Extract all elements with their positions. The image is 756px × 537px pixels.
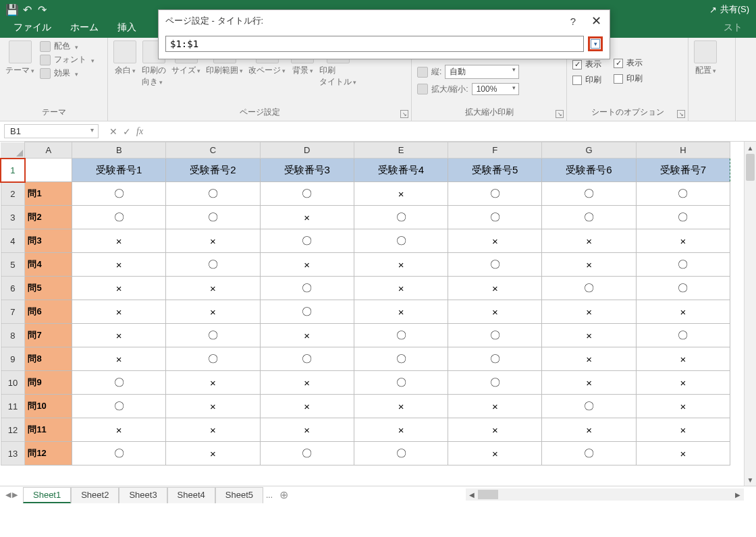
row-header-6[interactable]: 6	[1, 277, 25, 300]
cell-3-H[interactable]: 〇	[636, 206, 730, 229]
col-header-C[interactable]: C	[166, 142, 260, 159]
cell-5-E[interactable]: ×	[354, 253, 448, 277]
colors-button[interactable]: 配色	[40, 40, 94, 52]
page-setup-launcher-icon[interactable]: ↘	[400, 110, 408, 118]
cell-13-B[interactable]: 〇	[72, 442, 166, 465]
gridlines-view-checkbox[interactable]: ✓表示	[614, 57, 643, 69]
hscroll-thumb[interactable]	[478, 490, 498, 499]
cell-13-A[interactable]: 問12	[25, 442, 72, 465]
cell-5-A[interactable]: 問4	[25, 253, 72, 277]
cell-6-C[interactable]: ×	[166, 277, 260, 300]
sheet-prev-icon[interactable]: ◀	[5, 490, 11, 499]
headings-view-checkbox[interactable]: ✓表示	[572, 59, 601, 70]
cell-5-H[interactable]: 〇	[636, 253, 730, 277]
cell-12-B[interactable]: ×	[72, 418, 166, 442]
cell-1-C[interactable]: 受験番号2	[166, 159, 260, 182]
cell-9-G[interactable]: ×	[542, 347, 636, 371]
cell-9-E[interactable]: 〇	[354, 347, 448, 371]
row-header-11[interactable]: 11	[1, 395, 25, 418]
col-header-B[interactable]: B	[72, 142, 166, 159]
cell-2-E[interactable]: ×	[354, 182, 448, 206]
help-button[interactable]: ?	[570, 16, 576, 27]
close-button[interactable]: ✕	[591, 13, 601, 28]
cell-2-A[interactable]: 問1	[25, 182, 72, 206]
cell-9-B[interactable]: ×	[72, 347, 166, 371]
cell-8-A[interactable]: 問7	[25, 324, 72, 347]
cell-2-C[interactable]: 〇	[166, 182, 260, 206]
cell-4-G[interactable]: ×	[542, 229, 636, 253]
cell-1-F[interactable]: 受験番号5	[448, 159, 542, 182]
cell-7-E[interactable]: ×	[354, 300, 448, 324]
cell-12-E[interactable]: ×	[354, 418, 448, 442]
cell-1-E[interactable]: 受験番号4	[354, 159, 448, 182]
cell-11-H[interactable]: ×	[636, 395, 730, 418]
themes-button[interactable]: テーマ	[5, 40, 34, 76]
sheet-overflow[interactable]: ...	[263, 490, 275, 500]
cell-6-E[interactable]: ×	[354, 277, 448, 300]
undo-icon[interactable]: ↶	[22, 4, 32, 15]
cell-3-A[interactable]: 問2	[25, 206, 72, 229]
cell-13-H[interactable]: ×	[636, 442, 730, 465]
cell-5-C[interactable]: 〇	[166, 253, 260, 277]
cell-13-E[interactable]: 〇	[354, 442, 448, 465]
headings-print-checkbox[interactable]: 印刷	[572, 74, 601, 86]
cell-1-B[interactable]: 受験番号1	[72, 159, 166, 182]
scroll-up-icon[interactable]: ▲	[745, 142, 756, 154]
cell-4-B[interactable]: ×	[72, 229, 166, 253]
cell-5-B[interactable]: ×	[72, 253, 166, 277]
sheet-next-icon[interactable]: ▶	[12, 490, 18, 499]
row-header-9[interactable]: 9	[1, 347, 25, 371]
cell-11-G[interactable]: 〇	[542, 395, 636, 418]
page-btn-0[interactable]: 余白	[113, 40, 136, 76]
save-icon[interactable]: 💾	[7, 4, 18, 15]
tab-home[interactable]: ホーム	[61, 19, 108, 38]
cell-10-E[interactable]: 〇	[354, 371, 448, 395]
col-header-G[interactable]: G	[542, 142, 636, 159]
cell-6-G[interactable]: 〇	[542, 277, 636, 300]
cell-2-D[interactable]: 〇	[260, 182, 354, 206]
row-header-5[interactable]: 5	[1, 253, 25, 277]
cell-4-E[interactable]: 〇	[354, 229, 448, 253]
cell-1-D[interactable]: 受験番号3	[260, 159, 354, 182]
horizontal-scrollbar[interactable]: ◀ ▶	[466, 488, 744, 501]
cell-13-D[interactable]: 〇	[260, 442, 354, 465]
fonts-button[interactable]: フォント	[40, 54, 94, 65]
scale-zoom-combo[interactable]: 100%	[472, 83, 519, 95]
arrange-button[interactable]: 配置	[694, 40, 717, 76]
cell-10-G[interactable]: ×	[542, 371, 636, 395]
options-launcher-icon[interactable]: ↘	[677, 110, 685, 118]
cell-10-A[interactable]: 問9	[25, 371, 72, 395]
collapse-dialog-icon[interactable]: ▾	[591, 39, 600, 49]
tab-insert[interactable]: 挿入	[108, 19, 146, 38]
cell-12-G[interactable]: ×	[542, 418, 636, 442]
cell-10-F[interactable]: 〇	[448, 371, 542, 395]
cell-3-C[interactable]: 〇	[166, 206, 260, 229]
vertical-scrollbar[interactable]: ▲ ▼	[744, 142, 756, 486]
cell-11-C[interactable]: ×	[166, 395, 260, 418]
cell-4-A[interactable]: 問3	[25, 229, 72, 253]
sheet-tab-Sheet1[interactable]: Sheet1	[23, 487, 71, 503]
cell-2-B[interactable]: 〇	[72, 182, 166, 206]
col-header-A[interactable]: A	[25, 142, 72, 159]
tab-fragment[interactable]: スト	[714, 19, 752, 38]
cell-7-B[interactable]: ×	[72, 300, 166, 324]
cell-7-F[interactable]: ×	[448, 300, 542, 324]
name-box[interactable]: B1	[4, 124, 99, 138]
tab-file[interactable]: ファイル	[4, 19, 61, 38]
cell-11-D[interactable]: ×	[260, 395, 354, 418]
cell-12-F[interactable]: ×	[448, 418, 542, 442]
cell-11-B[interactable]: 〇	[72, 395, 166, 418]
cell-13-G[interactable]: 〇	[542, 442, 636, 465]
cell-13-F[interactable]: ×	[448, 442, 542, 465]
cell-3-F[interactable]: 〇	[448, 206, 542, 229]
col-header-D[interactable]: D	[260, 142, 354, 159]
scale-height-combo[interactable]: 自動	[445, 65, 519, 79]
cell-7-A[interactable]: 問6	[25, 300, 72, 324]
dialog-titlebar[interactable]: ページ設定 - タイトル行: ? ✕	[159, 10, 610, 32]
cell-4-C[interactable]: ×	[166, 229, 260, 253]
cell-7-C[interactable]: ×	[166, 300, 260, 324]
cell-13-C[interactable]: ×	[166, 442, 260, 465]
select-all-corner[interactable]	[1, 142, 25, 159]
scale-launcher-icon[interactable]: ↘	[556, 110, 564, 118]
col-header-E[interactable]: E	[354, 142, 448, 159]
